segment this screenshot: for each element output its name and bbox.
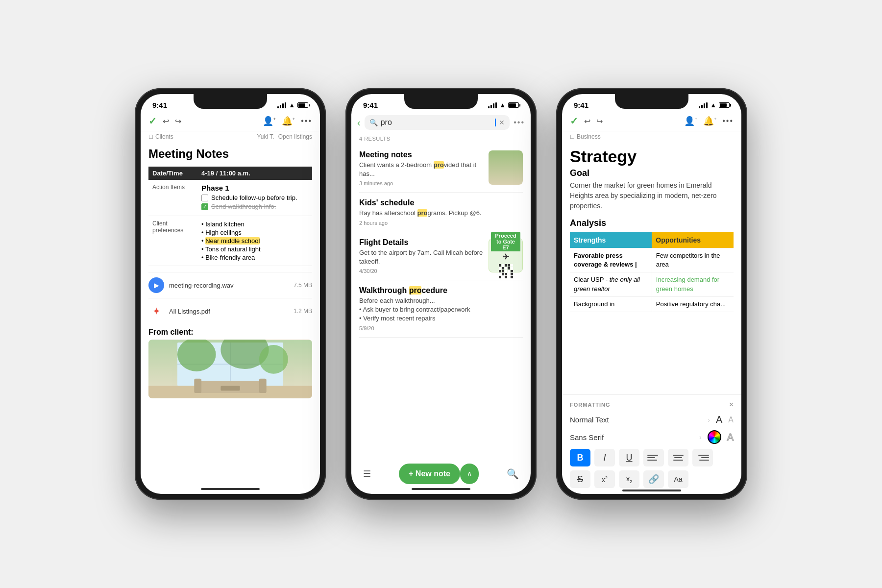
search-toolbar: ‹ 🔍 pro ✕ •••	[351, 112, 531, 134]
phone-2: 9:41 ▲ ‹ 🔍 pro ✕ ••• 4 RESULTS	[345, 88, 537, 500]
breadcrumb-link-listings[interactable]: Open listings	[278, 133, 312, 140]
back-button[interactable]: ‹	[357, 117, 361, 128]
signal-icon-3	[699, 102, 708, 108]
checkbox-1[interactable]: Schedule follow-up before trip.	[201, 194, 308, 201]
attachment-audio[interactable]: ▶ meeting-recording.wav 7.5 MB	[148, 272, 312, 298]
align-line	[647, 455, 658, 456]
list-item: High ceilings	[201, 228, 308, 237]
subscript-button[interactable]: x2	[619, 470, 639, 488]
undo-button-3[interactable]: ↩	[584, 117, 590, 126]
more-options-button[interactable]: •••	[301, 117, 312, 125]
result-time-1: 3 minutes ago	[359, 180, 484, 186]
toolbar-1: ✓ ↩ ↪ 👤+ 🔔+ •••	[141, 112, 320, 131]
add-person-button-3[interactable]: 👤+	[684, 116, 697, 126]
check-button[interactable]: ✓	[148, 115, 157, 127]
status-time-3: 9:41	[574, 101, 588, 109]
search-input[interactable]: pro	[381, 118, 492, 127]
strikethrough-button[interactable]: S	[570, 470, 590, 488]
bold-button[interactable]: B	[570, 449, 590, 466]
highlighted-pref: Near middle school	[205, 237, 260, 245]
underline-button[interactable]: U	[619, 449, 639, 466]
signal-icon-2	[488, 102, 497, 108]
result-item-flight[interactable]: Flight Details Get to the airport by 7am…	[359, 232, 523, 280]
italic-button[interactable]: I	[594, 449, 615, 466]
meeting-table: Date/Time 4-19 / 11:00 a.m. Action Items…	[148, 167, 312, 266]
result-title-2: Kids' schedule	[359, 198, 523, 207]
add-person-button[interactable]: 👤+	[263, 116, 276, 126]
breadcrumb-3: ☐ Business	[562, 131, 741, 143]
breadcrumb-link-user[interactable]: Yuki T.	[257, 133, 274, 140]
battery-icon-2	[508, 102, 519, 108]
new-note-group: + New note ∧	[399, 464, 479, 484]
search-clear-button[interactable]: ✕	[499, 119, 505, 126]
link-icon: 🔗	[648, 474, 659, 485]
new-note-caret-button[interactable]: ∧	[460, 464, 479, 484]
result-title-1: Meeting notes	[359, 150, 484, 159]
notebook-icon-3: ☐	[570, 134, 575, 140]
swot-cell-s1: Favorable press coverage & reviews |	[570, 248, 652, 272]
superscript-button[interactable]: x2	[594, 470, 615, 488]
format-extra-row: S x2 x2 🔗 Aa	[570, 470, 734, 488]
align-line	[647, 460, 657, 461]
search-cursor	[495, 119, 496, 126]
redo-button-3[interactable]: ↪	[596, 117, 603, 126]
checkbox-2[interactable]: ✓ Send walkthrough info.	[201, 203, 308, 210]
wifi-icon-2: ▲	[499, 101, 506, 109]
table-row-prefs: Client preferences Island kitchen High c…	[148, 216, 312, 266]
align-line	[699, 460, 709, 461]
client-image	[148, 340, 312, 398]
status-icons-1: ▲	[277, 101, 308, 109]
align-line	[673, 455, 684, 456]
result-item-meeting[interactable]: Meeting notes Client wants a 2-bedroom p…	[359, 145, 523, 193]
panel-close-button[interactable]: ×	[729, 400, 734, 409]
format-A-outline: A	[727, 432, 734, 443]
hamburger-menu-button[interactable]: ☰	[363, 468, 371, 479]
result-item-kids[interactable]: Kids' schedule Ray has afterschool progr…	[359, 193, 523, 232]
redo-button[interactable]: ↪	[175, 117, 181, 126]
formatting-panel: FORMATTING × Normal Text › A A Sans Seri…	[562, 394, 741, 494]
add-reminder-button-3[interactable]: 🔔+	[703, 116, 716, 126]
search-box[interactable]: 🔍 pro ✕	[365, 115, 510, 130]
swot-text-s1: Favorable press coverage & reviews |	[574, 252, 637, 268]
format-A-normal: A	[716, 414, 722, 425]
search-more-button[interactable]: •••	[514, 118, 525, 127]
breadcrumb-path[interactable]: Clients	[155, 133, 173, 140]
strategy-title: Strategy	[570, 147, 734, 166]
home-indicator-3	[622, 490, 681, 491]
more-options-button-3[interactable]: •••	[722, 117, 734, 125]
list-item: Island kitchen	[201, 220, 308, 228]
notch-3	[615, 94, 688, 109]
undo-button[interactable]: ↩	[163, 117, 169, 126]
align-left-button[interactable]	[643, 449, 664, 466]
highlight-pro-2: pro	[417, 209, 428, 217]
normal-text-chevron[interactable]: ›	[708, 416, 710, 424]
result-title-4: Walkthrough procedure	[359, 286, 523, 295]
analysis-label: Analysis	[570, 218, 734, 228]
sans-serif-chevron[interactable]: ›	[699, 433, 702, 441]
new-note-button[interactable]: + New note	[399, 464, 460, 484]
list-item: Bike-friendly area	[201, 253, 308, 262]
format-buttons-row: B I U	[570, 449, 734, 466]
attachment-pdf[interactable]: ✦ All Listings.pdf 1.2 MB	[148, 298, 312, 324]
list-item: Near middle school	[201, 237, 308, 245]
notch	[194, 94, 267, 109]
search-bottom-button[interactable]: 🔍	[507, 468, 519, 480]
checkbox-box-1[interactable]	[201, 195, 208, 201]
align-right-button[interactable]	[692, 449, 713, 466]
check-button-3[interactable]: ✓	[570, 115, 578, 127]
swot-cell-o1: Few competitors in the area	[652, 248, 734, 272]
swot-row-1: Favorable press coverage & reviews | Few…	[570, 248, 734, 272]
checkbox-box-2[interactable]: ✓	[201, 203, 208, 210]
result-snippet-4: Before each walkthrough... • Ask buyer t…	[359, 296, 523, 323]
highlight-button[interactable]: Aa	[668, 470, 688, 488]
checkbox-label-1: Schedule follow-up before trip.	[211, 194, 297, 201]
add-reminder-button[interactable]: 🔔+	[282, 116, 295, 126]
row-label-actions: Action Items	[148, 180, 197, 216]
color-picker-icon[interactable]	[708, 430, 721, 444]
link-button[interactable]: 🔗	[643, 470, 664, 488]
notebook-icon: ☐	[148, 134, 153, 140]
align-center-button[interactable]	[668, 449, 688, 466]
flight-body: ✈	[499, 251, 513, 278]
breadcrumb-path-3[interactable]: Business	[577, 133, 601, 140]
result-item-walkthrough[interactable]: Walkthrough procedure Before each walkth…	[359, 280, 523, 338]
